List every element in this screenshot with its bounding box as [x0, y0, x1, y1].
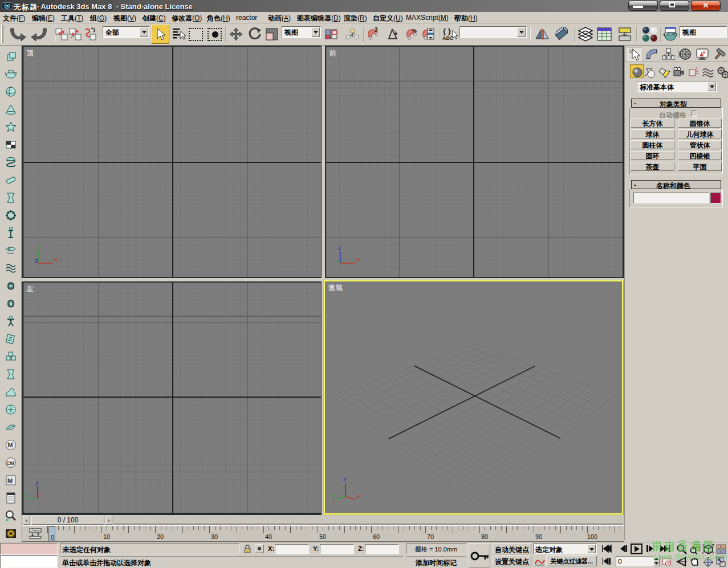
svg-text:Z: Z: [35, 258, 38, 264]
svg-text:M: M: [7, 477, 13, 484]
svg-text:X: X: [54, 257, 58, 263]
svg-text:Z: Z: [343, 477, 347, 483]
svg-text:Z: Z: [35, 481, 39, 487]
svg-text:CM: CM: [6, 460, 14, 466]
svg-text:X: X: [356, 494, 360, 500]
svg-text:ABC: ABC: [442, 35, 454, 41]
svg-text:3: 3: [375, 27, 378, 33]
svg-text:Y: Y: [36, 246, 39, 251]
svg-text:Y: Y: [24, 492, 27, 498]
svg-text:Y: Y: [332, 494, 335, 500]
svg-text:X: X: [356, 257, 360, 263]
svg-text:Z: Z: [338, 246, 341, 251]
svg-text:X: X: [38, 493, 42, 498]
svg-text:M: M: [8, 442, 13, 448]
svg-text:%: %: [412, 28, 417, 34]
svg-text:{ }: { }: [443, 27, 451, 35]
